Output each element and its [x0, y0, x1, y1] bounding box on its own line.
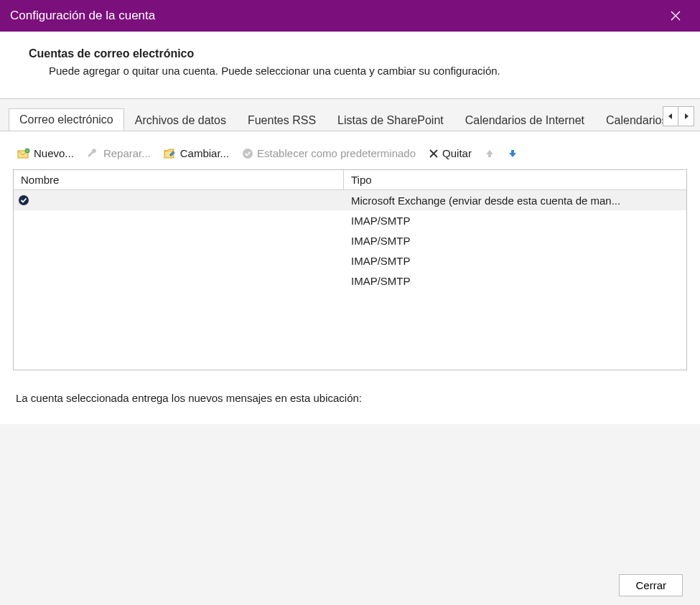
close-dialog-button[interactable]: Cerrar	[619, 574, 683, 596]
account-row[interactable]: IMAP/SMTP	[14, 271, 686, 291]
toolbar-label: Cambiar...	[180, 147, 229, 159]
wrench-icon	[87, 148, 100, 159]
tab-label: Calendarios de Internet	[465, 114, 584, 126]
tab-data-files[interactable]: Archivos de datos	[124, 109, 237, 131]
dialog-footer: Cerrar	[619, 574, 683, 596]
accounts-grid: Nombre Tipo Microsoft Exchange (enviar d…	[13, 169, 687, 370]
delivery-location-label: La cuenta seleccionada entrega los nuevo…	[13, 370, 687, 411]
mail-new-icon	[17, 148, 30, 159]
window-title: Configuración de la cuenta	[10, 9, 155, 23]
svg-marker-1	[685, 113, 689, 119]
folder-edit-icon	[164, 148, 177, 159]
triangle-right-icon	[683, 113, 689, 119]
svg-point-5	[243, 149, 253, 159]
move-down-button[interactable]	[505, 147, 521, 160]
account-row[interactable]: IMAP/SMTP	[14, 230, 686, 250]
account-row[interactable]: Microsoft Exchange (enviar desde esta cu…	[14, 190, 686, 210]
account-row[interactable]: IMAP/SMTP	[14, 250, 686, 271]
svg-point-3	[25, 149, 29, 153]
toolbar: Nuevo... Reparar... Cambiar...	[13, 141, 687, 169]
grid-header-row: Nombre Tipo	[14, 170, 686, 190]
arrow-up-icon	[485, 149, 495, 159]
grid-body: Microsoft Exchange (enviar desde esta cu…	[14, 190, 686, 291]
tab-rss[interactable]: Fuentes RSS	[237, 109, 327, 131]
toolbar-label: Reparar...	[103, 147, 151, 159]
titlebar: Configuración de la cuenta	[0, 0, 700, 32]
tab-label: Fuentes RSS	[248, 114, 316, 126]
toolbar-label: Nuevo...	[34, 147, 74, 159]
remove-button[interactable]: Quitar	[426, 146, 475, 161]
tab-label: Correo electrónico	[19, 113, 113, 126]
tabs-bar: Correo electrónico Archivos de datos Fue…	[0, 99, 700, 131]
tab-internet-calendars[interactable]: Calendarios de Internet	[454, 109, 595, 131]
arrow-down-icon	[508, 149, 518, 159]
tab-scroll-left-button[interactable]	[663, 106, 678, 126]
account-type: IMAP/SMTP	[344, 235, 686, 247]
column-header-type[interactable]: Tipo	[344, 170, 686, 189]
tab-scroll-controls	[663, 106, 694, 126]
set-default-button: Establecer como predeterminado	[239, 146, 419, 161]
tab-label: Listas de SharePoint	[337, 114, 444, 126]
tab-email[interactable]: Correo electrónico	[9, 108, 124, 131]
account-type: IMAP/SMTP	[344, 255, 686, 267]
move-up-button	[482, 147, 498, 160]
change-button[interactable]: Cambiar...	[161, 146, 232, 161]
account-type: Microsoft Exchange (enviar desde esta cu…	[344, 194, 686, 207]
svg-point-6	[19, 195, 29, 205]
button-label: Cerrar	[635, 579, 666, 591]
check-circle-icon	[242, 148, 253, 159]
tab-label: Archivos de datos	[135, 114, 226, 126]
svg-marker-0	[668, 113, 672, 119]
intro-title: Cuentas de correo electrónico	[29, 47, 671, 60]
toolbar-label: Establecer como predeterminado	[257, 147, 416, 159]
intro-description: Puede agregar o quitar una cuenta. Puede…	[49, 65, 671, 77]
account-row[interactable]: IMAP/SMTP	[14, 210, 686, 230]
default-account-check-icon	[18, 194, 29, 206]
intro-section: Cuentas de correo electrónico Puede agre…	[0, 32, 700, 99]
tab-scroll-right-button[interactable]	[678, 106, 694, 126]
account-type: IMAP/SMTP	[344, 275, 686, 287]
column-header-name[interactable]: Nombre	[14, 170, 344, 189]
repair-button: Reparar...	[84, 146, 154, 161]
close-button[interactable]	[661, 0, 690, 32]
close-icon	[670, 10, 681, 22]
tab-sharepoint[interactable]: Listas de SharePoint	[327, 109, 454, 131]
triangle-left-icon	[668, 113, 673, 119]
account-type: IMAP/SMTP	[344, 215, 686, 227]
toolbar-label: Quitar	[442, 147, 472, 159]
tab-panel-email: Nuevo... Reparar... Cambiar...	[0, 131, 700, 424]
new-account-button[interactable]: Nuevo...	[14, 146, 77, 161]
x-icon	[429, 149, 439, 159]
